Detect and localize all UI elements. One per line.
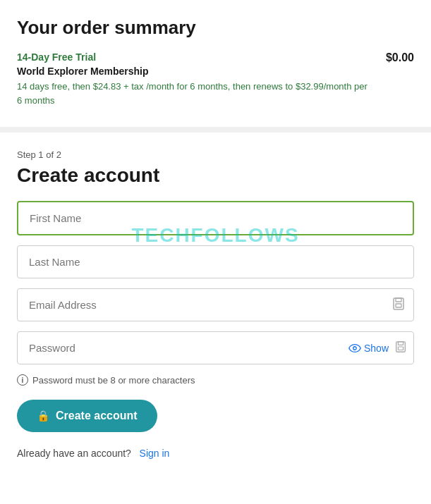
plan-price: $0.00 (386, 51, 414, 64)
show-label: Show (364, 343, 389, 354)
first-name-input[interactable] (17, 201, 414, 235)
password-group: Show (17, 331, 414, 364)
plan-info: 14-Day Free Trial World Explorer Members… (17, 51, 375, 107)
info-icon: i (17, 374, 28, 386)
sign-in-link[interactable]: Sign in (140, 448, 170, 459)
password-wrapper: Show (17, 331, 414, 364)
plan-description: 14 days free, then $24.83 + tax /month f… (17, 80, 375, 107)
svg-point-3 (353, 346, 357, 350)
lock-icon: 🔒 (37, 410, 50, 422)
create-account-section: Step 1 of 2 Create account TECHFOLLOWS (0, 133, 431, 479)
plan-name: World Explorer Membership (17, 66, 375, 77)
email-save-icon (391, 297, 406, 314)
order-summary-title: Your order summary (17, 17, 414, 39)
step-label: Step 1 of 2 (17, 149, 414, 160)
create-account-button-label: Create account (56, 410, 138, 422)
show-password-button[interactable]: Show (348, 342, 389, 355)
eye-icon (348, 342, 361, 355)
first-name-group (17, 201, 414, 235)
last-name-wrapper (17, 245, 414, 278)
password-hint: i Password must be 8 or more characters (17, 374, 414, 386)
password-hint-text: Password must be 8 or more characters (32, 375, 195, 386)
last-name-group (17, 245, 414, 278)
email-group (17, 288, 414, 321)
section-title: Create account (17, 164, 414, 187)
password-controls: Show (348, 340, 407, 356)
order-summary-section: Your order summary 14-Day Free Trial Wor… (0, 0, 431, 133)
svg-rect-2 (396, 304, 401, 307)
svg-rect-6 (398, 347, 403, 350)
first-name-wrapper (17, 201, 414, 235)
email-wrapper (17, 288, 414, 321)
email-input[interactable] (17, 288, 414, 321)
create-account-button[interactable]: 🔒 Create account (17, 400, 157, 432)
plan-row: 14-Day Free Trial World Explorer Members… (17, 51, 414, 107)
sign-in-row: Already have an account? Sign in (17, 448, 414, 459)
trial-label: 14-Day Free Trial (17, 51, 375, 63)
already-account-text: Already have an account? (17, 448, 131, 459)
password-save-icon (394, 340, 407, 356)
last-name-input[interactable] (17, 245, 414, 278)
